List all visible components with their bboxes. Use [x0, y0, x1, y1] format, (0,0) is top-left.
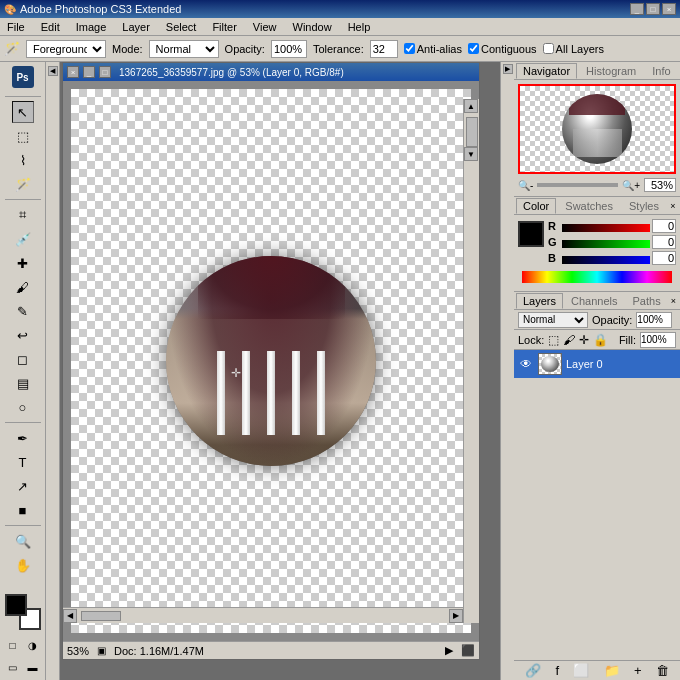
status-arrow-btn[interactable]: ▶ [445, 644, 453, 657]
lock-move-btn[interactable]: ✛ [579, 333, 589, 347]
new-group-btn[interactable]: 📁 [604, 663, 620, 678]
scroll-thumb-v[interactable] [466, 117, 478, 147]
dodge-tool[interactable]: ○ [12, 396, 34, 418]
tab-histogram[interactable]: Histogram [579, 63, 643, 79]
new-layer-btn[interactable]: + [634, 663, 642, 678]
right-collapse-btn[interactable]: ▶ [503, 64, 513, 74]
tab-paths[interactable]: Paths [626, 293, 668, 309]
pen-tool[interactable]: ✒ [12, 427, 34, 449]
zoom-slider[interactable] [537, 183, 618, 187]
contiguous-checkbox[interactable] [468, 43, 479, 54]
path-selection-tool[interactable]: ↗ [12, 475, 34, 497]
all-layers-label[interactable]: All Layers [543, 43, 604, 55]
green-track[interactable] [562, 238, 650, 246]
contiguous-label[interactable]: Contiguous [468, 43, 537, 55]
doc-close-button[interactable]: × [67, 66, 79, 78]
minimize-button[interactable]: _ [630, 3, 644, 15]
menu-select[interactable]: Select [163, 20, 200, 34]
gradient-tool[interactable]: ▤ [12, 372, 34, 394]
layer-name[interactable]: Layer 0 [566, 358, 676, 370]
scroll-up-btn[interactable]: ▲ [464, 99, 478, 113]
link-layers-btn[interactable]: 🔗 [525, 663, 541, 678]
green-slider-canvas[interactable] [562, 240, 650, 248]
move-tool[interactable]: ↖ [12, 101, 34, 123]
mode-dropdown[interactable]: Normal [149, 40, 219, 58]
color-panel-close[interactable]: × [668, 200, 678, 212]
menu-window[interactable]: Window [290, 20, 335, 34]
screen-mode-btn[interactable]: ▭ [4, 658, 22, 676]
red-slider-canvas[interactable] [562, 224, 650, 232]
scroll-left-btn[interactable]: ◀ [63, 609, 77, 623]
canvas-area[interactable]: ✛ [71, 89, 471, 633]
eyedropper-tool[interactable]: 💉 [12, 228, 34, 250]
menu-file[interactable]: File [4, 20, 28, 34]
doc-minimize-button[interactable]: _ [83, 66, 95, 78]
scrollbar-vertical[interactable]: ▲ ▼ [463, 99, 479, 623]
delete-layer-btn[interactable]: 🗑 [656, 663, 669, 678]
fg-bg-color-selector[interactable] [5, 594, 41, 630]
fill-value-input[interactable] [640, 332, 676, 348]
tool-preset-dropdown[interactable]: Foreground [26, 40, 106, 58]
opacity-value-input[interactable] [636, 312, 672, 328]
lock-transparent-btn[interactable]: ⬚ [548, 333, 559, 347]
shape-tool[interactable]: ■ [12, 499, 34, 521]
lock-paint-btn[interactable]: 🖌 [563, 333, 575, 347]
scrollbar-horizontal[interactable]: ◀ ▶ [63, 607, 463, 623]
menu-layer[interactable]: Layer [119, 20, 153, 34]
menu-view[interactable]: View [250, 20, 280, 34]
lasso-tool[interactable]: ⌇ [12, 149, 34, 171]
scroll-track-v[interactable] [464, 117, 479, 147]
scroll-track-h[interactable] [77, 610, 449, 622]
stamp-tool[interactable]: ✎ [12, 300, 34, 322]
add-style-btn[interactable]: f [555, 663, 559, 678]
layer-visibility-toggle[interactable]: 👁 [518, 356, 534, 372]
panel-collapse-btn-1[interactable]: ◀ [48, 66, 58, 76]
status-extra-btn[interactable]: ⬛ [461, 644, 475, 657]
opacity-input[interactable] [271, 40, 307, 58]
tab-channels[interactable]: Channels [564, 293, 624, 309]
foreground-color-box[interactable] [518, 221, 544, 247]
menu-filter[interactable]: Filter [209, 20, 239, 34]
lock-all-btn[interactable]: 🔒 [593, 333, 608, 347]
tab-info[interactable]: Info [645, 63, 677, 79]
text-tool[interactable]: T [12, 451, 34, 473]
doc-maximize-button[interactable]: □ [99, 66, 111, 78]
scroll-down-btn[interactable]: ▼ [464, 147, 478, 161]
zoom-tool[interactable]: 🔍 [12, 530, 34, 552]
tab-navigator[interactable]: Navigator [516, 63, 577, 79]
layers-panel-close[interactable]: × [669, 295, 678, 307]
g-value-input[interactable] [652, 235, 676, 249]
menu-help[interactable]: Help [345, 20, 374, 34]
maximize-button[interactable]: □ [646, 3, 660, 15]
blue-slider-canvas[interactable] [562, 256, 650, 264]
full-screen-btn[interactable]: ▬ [24, 658, 42, 676]
history-brush-tool[interactable]: ↩ [12, 324, 34, 346]
document-content[interactable]: ✛ ▲ ▼ ◀ ▶ [63, 81, 479, 641]
brush-tool[interactable]: 🖌 [12, 276, 34, 298]
menu-edit[interactable]: Edit [38, 20, 63, 34]
layer-row[interactable]: 👁 Layer 0 [514, 350, 680, 378]
anti-alias-label[interactable]: Anti-alias [404, 43, 462, 55]
scroll-thumb-h[interactable] [81, 611, 121, 621]
layers-list[interactable]: 👁 Layer 0 [514, 350, 680, 660]
all-layers-checkbox[interactable] [543, 43, 554, 54]
blend-mode-dropdown[interactable]: Normal [518, 312, 588, 328]
tab-swatches[interactable]: Swatches [558, 198, 620, 214]
close-button[interactable]: × [662, 3, 676, 15]
menu-image[interactable]: Image [73, 20, 110, 34]
quick-mask-btn[interactable]: ◑ [24, 636, 42, 654]
b-value-input[interactable] [652, 251, 676, 265]
color-spectrum-bar[interactable] [522, 271, 672, 283]
hand-tool[interactable]: ✋ [12, 554, 34, 576]
eraser-tool[interactable]: ◻ [12, 348, 34, 370]
zoom-in-icon[interactable]: 🔍+ [622, 180, 640, 191]
heal-tool[interactable]: ✚ [12, 252, 34, 274]
tab-color[interactable]: Color [516, 198, 556, 214]
r-value-input[interactable] [652, 219, 676, 233]
zoom-out-icon[interactable]: 🔍- [518, 180, 533, 191]
red-track[interactable] [562, 222, 650, 230]
add-mask-btn[interactable]: ⬜ [573, 663, 589, 678]
zoom-btn[interactable]: ▣ [97, 645, 106, 656]
anti-alias-checkbox[interactable] [404, 43, 415, 54]
foreground-color-swatch[interactable] [5, 594, 27, 616]
